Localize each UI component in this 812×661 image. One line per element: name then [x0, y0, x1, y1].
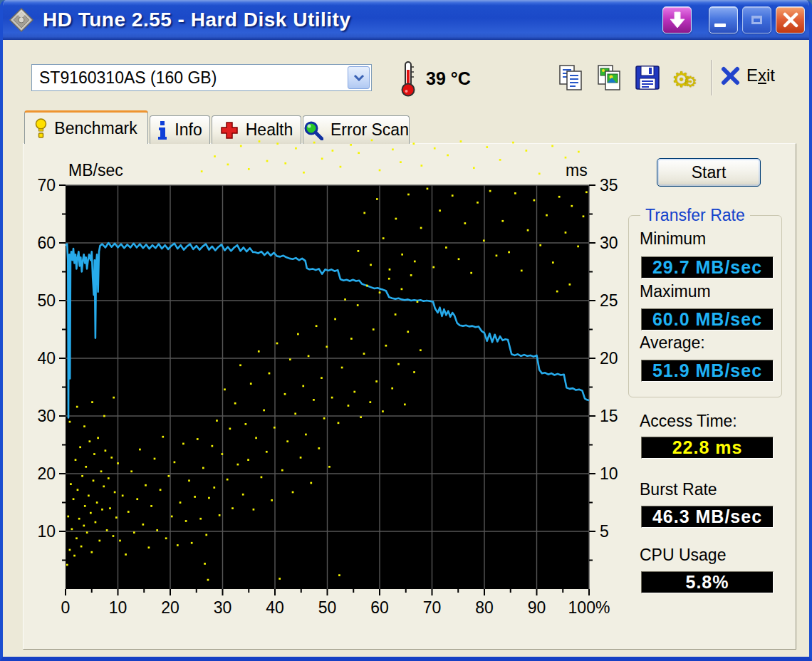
svg-text:100%: 100%	[568, 598, 610, 617]
average-label: Average:	[640, 333, 705, 353]
maximize-icon	[751, 16, 762, 24]
exit-x-icon	[721, 66, 740, 85]
minimize-button[interactable]	[709, 6, 738, 33]
copy-text-button[interactable]	[554, 61, 587, 94]
temperature-value: 39 °C	[426, 68, 471, 89]
maximum-value: 60.0 MB/sec	[641, 308, 774, 330]
svg-text:20: 20	[37, 464, 56, 483]
title-buttons	[662, 6, 805, 33]
svg-text:0: 0	[61, 598, 71, 617]
svg-text:10: 10	[600, 464, 618, 483]
chevron-down-icon	[353, 74, 365, 81]
svg-text:10: 10	[37, 522, 56, 541]
drive-select[interactable]: ST9160310AS (160 GB)	[31, 64, 372, 91]
svg-text:90: 90	[528, 598, 546, 617]
svg-text:30: 30	[37, 407, 56, 425]
benchmark-chart: 7060504030201035302520151050102030405060…	[31, 137, 644, 628]
svg-text:70: 70	[37, 176, 56, 194]
combo-arrow-button[interactable]	[348, 66, 370, 89]
app-window: HD Tune 2.55 - Hard Disk Utility ST91603…	[0, 0, 812, 661]
download-arrow-icon	[670, 11, 685, 28]
transfer-rate-title: Transfer Rate	[640, 206, 750, 225]
svg-text:15: 15	[600, 407, 618, 425]
close-button[interactable]	[776, 6, 805, 33]
thermometer-icon	[399, 60, 417, 97]
access-time-label: Access Time:	[640, 412, 737, 431]
tab-benchmark[interactable]: Benchmark	[24, 110, 148, 144]
svg-text:5: 5	[600, 522, 609, 541]
lightbulb-icon	[35, 118, 47, 138]
svg-text:60: 60	[370, 598, 389, 617]
svg-text:50: 50	[318, 598, 337, 617]
left-axis-title: MB/sec	[68, 161, 123, 180]
svg-text:35: 35	[600, 176, 618, 194]
right-axis-title: ms	[566, 161, 588, 180]
svg-text:30: 30	[214, 598, 232, 617]
update-download-button[interactable]	[662, 6, 692, 33]
svg-text:50: 50	[37, 291, 56, 310]
minimize-icon	[714, 24, 726, 27]
title-bar: HD Tune 2.55 - Hard Disk Utility	[0, 0, 812, 40]
burst-rate-label: Burst Rate	[640, 480, 717, 499]
svg-text:60: 60	[37, 234, 56, 252]
drive-select-value: ST9160310AS (160 GB)	[32, 68, 348, 88]
options-gears-icon: ⚙⚙	[672, 65, 697, 90]
copy-image-icon	[595, 63, 623, 92]
save-button[interactable]	[631, 61, 664, 94]
start-button[interactable]: Start	[657, 158, 761, 187]
svg-text:40: 40	[266, 598, 284, 617]
minimum-label: Minimum	[640, 229, 706, 249]
options-button[interactable]: ⚙⚙	[668, 61, 701, 94]
copy-text-icon	[556, 63, 585, 92]
svg-text:20: 20	[161, 598, 179, 617]
svg-text:40: 40	[37, 349, 56, 368]
burst-rate-value: 46.3 MB/sec	[641, 506, 774, 528]
svg-text:20: 20	[600, 349, 618, 368]
exit-label: Exit	[746, 66, 775, 85]
exit-button[interactable]: Exit	[721, 66, 775, 85]
minimum-value: 29.7 MB/sec	[641, 256, 774, 279]
cpu-usage-label: CPU Usage	[640, 546, 726, 565]
maximize-button[interactable]	[742, 6, 771, 33]
tab-benchmark-label: Benchmark	[54, 119, 137, 138]
svg-text:30: 30	[600, 234, 618, 252]
svg-text:80: 80	[475, 598, 494, 617]
svg-text:70: 70	[423, 598, 442, 617]
maximum-label: Maximum	[640, 282, 711, 301]
cpu-usage-value: 5.8%	[641, 571, 774, 593]
svg-text:25: 25	[600, 291, 618, 310]
average-value: 51.9 MB/sec	[641, 360, 774, 382]
svg-text:10: 10	[109, 598, 127, 617]
hard-disk-icon	[9, 7, 34, 33]
save-icon	[633, 63, 662, 92]
close-icon	[783, 12, 798, 28]
access-time-value: 22.8 ms	[641, 437, 774, 459]
copy-image-button[interactable]	[593, 61, 625, 94]
toolbar-separator	[711, 60, 712, 95]
window-title: HD Tune 2.55 - Hard Disk Utility	[43, 9, 350, 31]
